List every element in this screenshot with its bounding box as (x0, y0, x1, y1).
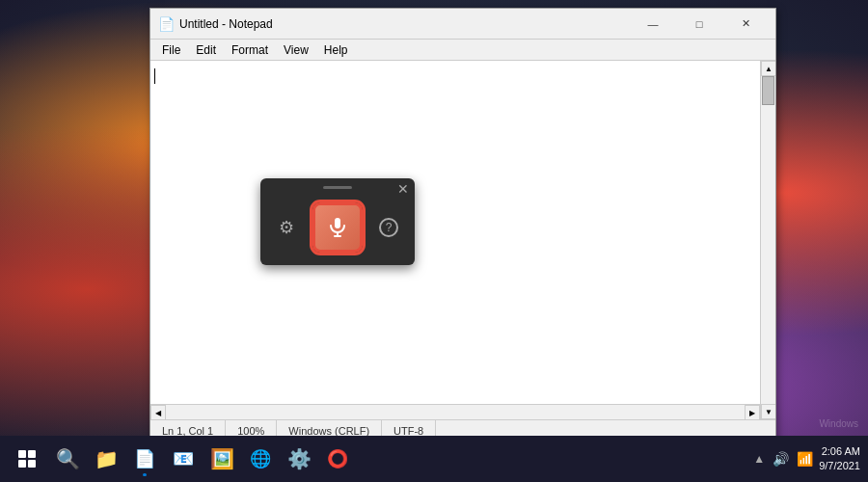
close-button[interactable]: ✕ (723, 9, 768, 40)
text-cursor (154, 68, 155, 84)
clock-date: 9/7/2021 (819, 459, 860, 473)
taskbar: 🔍 📁 📄 📧 🖼️ 🌐 ⚙️ ⭕ ▲ 🔊 📶 2:06 AM (0, 436, 868, 482)
clock-time: 2:06 AM (819, 444, 860, 459)
minimize-button[interactable]: — (631, 9, 675, 40)
taskbar-search[interactable]: 🔍 (50, 440, 85, 478)
voice-recording-panel: ✕ ⚙ ? (260, 178, 415, 265)
notepad-taskbar-icon: 📄 (134, 448, 155, 469)
edge-icon: 🌐 (250, 448, 271, 469)
network-icon[interactable]: 📶 (797, 451, 813, 467)
tray-icons: ▲ 🔊 📶 (753, 451, 813, 467)
menu-help[interactable]: Help (316, 41, 356, 59)
system-tray: ▲ 🔊 📶 2:06 AM 9/7/2021 (753, 444, 860, 474)
scroll-right-arrow[interactable]: ▶ (745, 405, 760, 419)
settings-app-icon: ⚙️ (287, 447, 312, 470)
voice-mic-button[interactable] (312, 202, 363, 253)
horizontal-scrollbar[interactable]: ◀ ▶ (150, 404, 760, 419)
search-icon: 🔍 (56, 447, 80, 470)
microphone-icon (326, 216, 349, 239)
maximize-button[interactable]: □ (677, 9, 721, 40)
start-button[interactable] (8, 440, 46, 478)
title-bar: 📄 Untitled - Notepad — □ ✕ (150, 9, 775, 40)
window-title: Untitled - Notepad (179, 17, 631, 31)
scroll-up-arrow[interactable]: ▲ (761, 61, 775, 76)
scroll-down-arrow[interactable]: ▼ (761, 404, 775, 419)
taskbar-settings-app[interactable]: ⚙️ (282, 440, 316, 478)
folder-icon: 📁 (95, 447, 119, 470)
voice-help-button[interactable]: ? (374, 213, 403, 242)
scroll-thumb[interactable] (762, 76, 774, 105)
menu-file[interactable]: File (154, 41, 188, 59)
mail-icon: 📧 (173, 448, 194, 469)
tray-arrow-icon[interactable]: ▲ (753, 452, 765, 466)
voice-close-button[interactable]: ✕ (397, 182, 409, 196)
taskbar-photos[interactable]: 🖼️ (204, 440, 239, 478)
menu-format[interactable]: Format (224, 41, 276, 59)
taskbar-opera[interactable]: ⭕ (320, 440, 355, 478)
active-indicator (143, 473, 147, 476)
menu-edit[interactable]: Edit (188, 41, 224, 59)
opera-icon: ⭕ (327, 448, 348, 469)
taskbar-edge[interactable]: 🌐 (243, 440, 278, 478)
drag-handle[interactable] (323, 186, 352, 189)
volume-icon[interactable]: 🔊 (773, 451, 789, 467)
taskbar-mail[interactable]: 📧 (166, 440, 201, 478)
photos-icon: 🖼️ (210, 447, 234, 470)
notepad-window: 📄 Untitled - Notepad — □ ✕ File Edit For… (149, 8, 776, 442)
vertical-scrollbar[interactable]: ▲ ▼ (760, 61, 775, 419)
menu-view[interactable]: View (276, 41, 316, 59)
voice-settings-button[interactable]: ⚙ (272, 213, 301, 242)
notepad-icon: 📄 (158, 16, 174, 32)
taskbar-file-explorer[interactable]: 📁 (89, 440, 123, 478)
scroll-left-arrow[interactable]: ◀ (150, 405, 166, 419)
help-icon: ? (379, 218, 398, 237)
settings-icon: ⚙ (279, 217, 294, 238)
editor-area[interactable]: ▲ ▼ ◀ ▶ (150, 61, 775, 419)
windows-logo-icon (18, 450, 36, 468)
system-clock[interactable]: 2:06 AM 9/7/2021 (819, 444, 860, 474)
window-controls: — □ ✕ (631, 9, 768, 40)
svg-rect-0 (335, 218, 340, 228)
taskbar-notepad[interactable]: 📄 (127, 440, 162, 478)
menu-bar: File Edit Format View Help (150, 40, 775, 61)
